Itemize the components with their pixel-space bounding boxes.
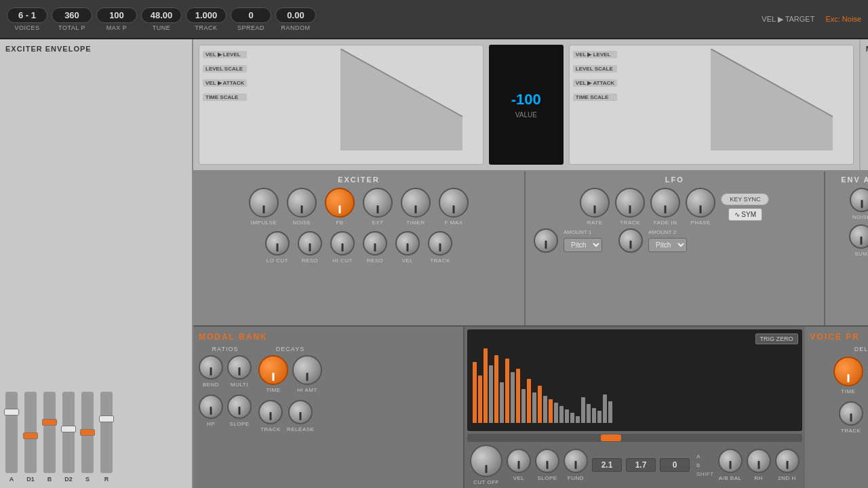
bar-24[interactable] (603, 394, 607, 423)
ab-bal-knob-group[interactable]: A/B BAL (718, 449, 743, 481)
max-p-value[interactable]: 100 (96, 7, 137, 23)
slider-A-track[interactable] (5, 392, 18, 473)
knob-fmax[interactable]: F MAX (439, 188, 469, 226)
slider-D1-track[interactable] (24, 392, 37, 473)
reso-knob[interactable] (298, 231, 322, 256)
key-sync-button[interactable]: KEY SYNC (721, 193, 769, 205)
slider-B-thumb[interactable] (42, 419, 57, 426)
slider-D2-thumb[interactable] (61, 426, 76, 432)
bar-16[interactable] (559, 406, 564, 423)
bar-13[interactable] (543, 396, 547, 423)
ext-knob[interactable] (363, 188, 393, 218)
voices-value[interactable]: 6 - 1 (7, 7, 47, 23)
vp-time-knob[interactable] (833, 357, 863, 386)
bar-21[interactable] (587, 404, 591, 423)
mb-track-knob[interactable] (258, 400, 283, 424)
hi-amt-knob[interactable] (292, 355, 322, 385)
release-knob[interactable] (288, 400, 313, 424)
bar-15[interactable] (554, 403, 558, 423)
slider-R-thumb[interactable] (99, 415, 114, 422)
knob-noise[interactable]: NOISE (287, 188, 317, 226)
bar-22[interactable] (592, 408, 596, 423)
bar-12[interactable] (538, 386, 542, 423)
rh-knob-group[interactable]: RH (747, 449, 771, 481)
bar-19[interactable] (576, 416, 580, 423)
param-spread[interactable]: 0 SPREAD (231, 7, 271, 31)
lfo-track-knob-group[interactable]: TRACK (615, 188, 645, 226)
bar-14[interactable] (549, 399, 553, 423)
cut-off-knob[interactable] (470, 445, 502, 477)
ea-sum-knob-group[interactable]: SUM (849, 224, 868, 257)
bar-1[interactable] (478, 375, 482, 423)
mb-slope-knob[interactable] (535, 449, 559, 473)
release-knob-group[interactable]: RELEASE (287, 400, 314, 432)
knob-reso[interactable]: RESO (298, 231, 322, 264)
lfo-sym-button[interactable]: ∿ SYM (728, 208, 762, 221)
slider-B[interactable]: B (43, 392, 56, 483)
bar-5[interactable] (500, 382, 504, 423)
slider-A[interactable]: A (5, 392, 18, 483)
reso2-knob[interactable] (363, 231, 387, 256)
lfo-fadein-knob-group[interactable]: FADE IN (650, 188, 680, 226)
lfo-amount2-knob-group[interactable] (618, 228, 643, 253)
slider-R[interactable]: R (100, 392, 113, 483)
decay-time-knob-group[interactable]: TIME (258, 355, 288, 393)
fund-knob[interactable] (564, 449, 588, 473)
bar-9[interactable] (521, 389, 526, 423)
param-tune[interactable]: 48.00 TUNE (141, 7, 182, 31)
tune-value[interactable]: 48.00 (141, 7, 182, 23)
param-max-p[interactable]: 100 MAX P (96, 7, 137, 31)
multi-knob-group[interactable]: MULTI (227, 355, 252, 388)
slider-D1-thumb[interactable] (23, 432, 38, 439)
param-track[interactable]: 1.000 TRACK (186, 7, 226, 31)
mb-slope-knob-group[interactable]: SLOPE (535, 449, 559, 481)
bar-25[interactable] (608, 401, 612, 423)
slider-D2[interactable]: D2 (62, 392, 75, 483)
multi-knob[interactable] (227, 355, 252, 380)
lfo-dropdown1[interactable]: Pitch (564, 238, 602, 252)
bar-11[interactable] (532, 392, 536, 423)
knob-vel[interactable]: VEL (395, 231, 420, 264)
hp-knob[interactable] (199, 394, 223, 419)
bar-2[interactable] (484, 348, 488, 423)
knob-reso2[interactable]: RESO (363, 231, 387, 264)
lfo-amount1-knob[interactable] (534, 228, 558, 253)
lfo-phase-knob-group[interactable]: PHASE (686, 188, 715, 226)
knob-fb[interactable]: FB (325, 188, 355, 226)
mb-vel-knob[interactable] (507, 449, 531, 473)
lfo-amount1-knob-group[interactable] (534, 228, 558, 253)
track-value[interactable]: 1.000 (186, 7, 226, 23)
track-exciter-knob[interactable] (428, 231, 452, 256)
vel-knob[interactable] (395, 231, 420, 256)
lfo-rate-knob-group[interactable]: RATE (580, 188, 610, 226)
vp-track-knob[interactable] (839, 401, 863, 426)
snd-h-knob-group[interactable]: 2ND H (775, 449, 800, 481)
slider-B-track[interactable] (43, 392, 56, 473)
lfo-rate-knob[interactable] (580, 188, 610, 218)
bend-knob[interactable] (199, 355, 223, 380)
hicut-knob[interactable] (330, 231, 355, 256)
random-value[interactable]: 0.00 (275, 7, 316, 23)
impulse-knob[interactable] (249, 188, 279, 218)
fb-knob[interactable] (325, 188, 355, 218)
trig-zero-button[interactable]: TRIG ZERO (755, 333, 798, 344)
param-total-p[interactable]: 360 TOTAL P (52, 7, 92, 31)
cut-off-knob-group[interactable]: CUT OFF (470, 445, 502, 485)
ea-noise-knob[interactable] (850, 188, 868, 212)
bar-6[interactable] (505, 359, 509, 423)
lfo-track-knob[interactable] (615, 188, 645, 218)
slider-S[interactable]: S (81, 392, 94, 483)
lfo-amount2-knob[interactable] (618, 228, 643, 253)
hp-knob-group[interactable]: HP (199, 394, 223, 427)
knob-impulse[interactable]: IMPULSE (249, 188, 279, 226)
b-display[interactable]: 1.7 (626, 458, 656, 472)
bar-18[interactable] (570, 413, 574, 423)
total-p-value[interactable]: 360 (52, 7, 92, 23)
slider-D2-track[interactable] (62, 392, 75, 473)
slider-A-thumb[interactable] (4, 409, 19, 415)
bar-3[interactable] (489, 365, 493, 423)
slider-S-thumb[interactable] (80, 429, 95, 436)
lfo-dropdown2[interactable]: Pitch (648, 238, 687, 252)
noise-knob[interactable] (287, 188, 317, 218)
shift-display[interactable]: 0 (660, 458, 690, 472)
